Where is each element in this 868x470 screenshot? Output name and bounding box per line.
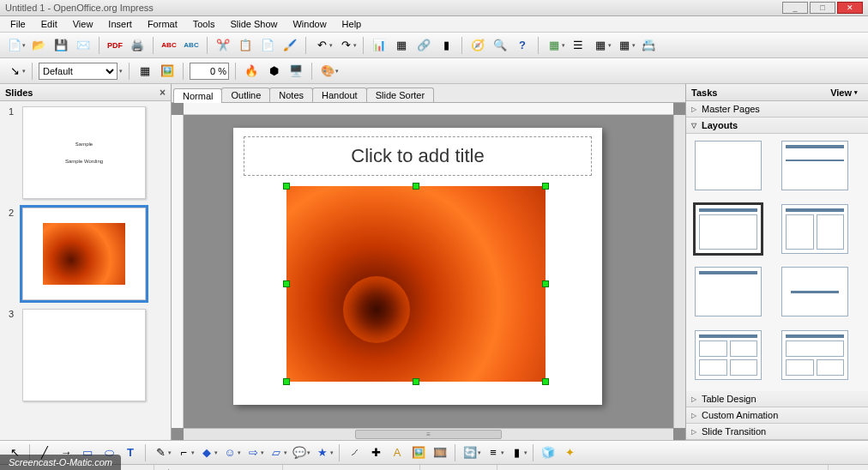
rotate-icon[interactable]: 🔄: [461, 443, 479, 462]
slideshow-play-icon[interactable]: ▮: [437, 36, 455, 55]
menu-edit[interactable]: Edit: [34, 17, 64, 31]
tab-normal[interactable]: Normal: [173, 88, 222, 103]
basic-shapes-icon[interactable]: ◆: [197, 443, 216, 462]
glue-points-icon[interactable]: ✚: [366, 443, 385, 462]
styles-icon[interactable]: ▦: [136, 62, 154, 81]
layout-title-only[interactable]: [695, 267, 762, 316]
resize-handle-nw[interactable]: [283, 183, 290, 190]
format-paintbrush-icon[interactable]: 🖌️: [280, 36, 299, 55]
gallery-icon[interactable]: ▦: [545, 36, 564, 55]
tab-handout[interactable]: Handout: [312, 87, 367, 102]
pdf-icon[interactable]: PDF: [105, 36, 124, 55]
spellcheck-icon[interactable]: ABC: [160, 36, 178, 55]
menu-tools[interactable]: Tools: [186, 17, 222, 31]
datasource-icon[interactable]: ☰: [569, 36, 588, 55]
slide-page[interactable]: Click to add title: [233, 128, 602, 405]
resize-handle-sw[interactable]: [283, 378, 290, 385]
window-close-button[interactable]: ✕: [837, 2, 863, 14]
arrange-icon[interactable]: ▮: [507, 443, 526, 462]
status-zoom[interactable]: 42%: [829, 465, 868, 470]
extrusion-icon[interactable]: 🧊: [539, 443, 558, 462]
align-icon[interactable]: ≡: [484, 443, 503, 462]
symbol-shapes-icon[interactable]: ☺: [220, 443, 239, 462]
points-edit-icon[interactable]: ⟋: [345, 443, 364, 462]
hyperlink-icon[interactable]: 🔗: [414, 36, 433, 55]
print-icon[interactable]: 🖨️: [128, 36, 147, 55]
section-table-design[interactable]: ▷Table Design: [686, 391, 868, 407]
curve-tool-icon[interactable]: ✎: [151, 443, 170, 462]
style-select[interactable]: Default: [39, 63, 118, 80]
layout-1-over-2[interactable]: [781, 330, 848, 380]
menu-help[interactable]: Help: [335, 17, 369, 31]
resize-handle-w[interactable]: [283, 280, 290, 287]
slide-thumbnail-3[interactable]: [22, 309, 146, 401]
menu-slideshow[interactable]: Slide Show: [223, 17, 284, 31]
tab-slidesorter[interactable]: Slide Sorter: [366, 87, 434, 102]
page-gallery-icon[interactable]: 🖼️: [158, 62, 177, 81]
screen-icon[interactable]: 🖥️: [286, 62, 305, 81]
table-icon[interactable]: ▦: [392, 36, 411, 55]
layout-blank[interactable]: [695, 141, 762, 190]
layout-centered[interactable]: [781, 267, 848, 316]
flowchart-icon[interactable]: ▱: [267, 443, 286, 462]
horizontal-scrollbar[interactable]: ≡: [184, 428, 673, 440]
tab-notes[interactable]: Notes: [269, 87, 313, 102]
arrow-tool-icon[interactable]: ↘: [5, 62, 24, 81]
copy-icon[interactable]: 📋: [236, 36, 255, 55]
slide-thumbnail-2[interactable]: [22, 208, 146, 300]
from-file-icon[interactable]: 🖼️: [409, 443, 428, 462]
grid-icon[interactable]: ▦: [591, 36, 610, 55]
resize-handle-n[interactable]: [413, 183, 419, 190]
vertical-scrollbar[interactable]: [673, 115, 685, 428]
resize-handle-se[interactable]: [542, 378, 549, 385]
tasks-view-menu[interactable]: View▾: [825, 87, 863, 98]
media-icon[interactable]: ⬢: [264, 62, 283, 81]
inserted-image[interactable]: [286, 186, 546, 382]
menu-insert[interactable]: Insert: [101, 17, 139, 31]
zoom-icon[interactable]: 🔍: [491, 36, 509, 55]
color-icon[interactable]: 🎨: [318, 62, 337, 81]
resize-handle-e[interactable]: [542, 280, 549, 287]
menu-format[interactable]: Format: [141, 17, 184, 31]
redo-icon[interactable]: ↷: [336, 36, 355, 55]
window-minimize-button[interactable]: _: [782, 2, 808, 14]
menu-window[interactable]: Window: [286, 17, 333, 31]
media-insert-icon[interactable]: 🎞️: [431, 443, 449, 462]
paste-icon[interactable]: 📄: [258, 36, 277, 55]
section-slide-transition[interactable]: ▷Slide Transition: [686, 424, 868, 440]
new-icon[interactable]: 📄: [5, 36, 24, 55]
email-icon[interactable]: ✉️: [74, 36, 93, 55]
zoom-field[interactable]: [190, 63, 229, 80]
interaction-icon[interactable]: ✦: [560, 443, 579, 462]
save-icon[interactable]: 💾: [51, 36, 70, 55]
connector-tool-icon[interactable]: ⌐: [174, 443, 193, 462]
slides-close-icon[interactable]: ×: [160, 87, 166, 99]
tab-outline[interactable]: Outline: [221, 87, 270, 102]
menu-view[interactable]: View: [66, 17, 100, 31]
section-layouts[interactable]: ▽Layouts: [686, 118, 868, 134]
block-arrows-icon[interactable]: ⇨: [244, 443, 262, 462]
resize-handle-ne[interactable]: [542, 183, 549, 190]
open-icon[interactable]: 📂: [29, 36, 48, 55]
window-maximize-button[interactable]: □: [810, 2, 835, 14]
stars-icon[interactable]: ★: [313, 443, 332, 462]
autospell-icon[interactable]: ABC: [182, 36, 201, 55]
text-tool-icon[interactable]: T: [121, 443, 140, 462]
navigator-icon[interactable]: 🧭: [468, 36, 487, 55]
chart-icon[interactable]: 📊: [370, 36, 389, 55]
presentation-icon[interactable]: 📇: [639, 36, 658, 55]
fontwork-icon[interactable]: A: [388, 443, 407, 462]
cut-icon[interactable]: ✂️: [214, 36, 232, 55]
layout-2x2[interactable]: [695, 330, 762, 380]
callouts-icon[interactable]: 💬: [290, 443, 309, 462]
layout-two-content[interactable]: [781, 204, 848, 254]
snap-icon[interactable]: ▦: [615, 36, 634, 55]
flame-icon[interactable]: 🔥: [242, 62, 261, 81]
layout-title-content[interactable]: [695, 204, 762, 254]
help-icon[interactable]: ?: [513, 36, 532, 55]
title-placeholder[interactable]: Click to add title: [244, 136, 592, 176]
menu-file[interactable]: File: [3, 17, 33, 31]
section-master-pages[interactable]: ▷Master Pages: [686, 101, 868, 118]
slide-thumbnail-1[interactable]: Sample Sample Wording: [22, 106, 146, 199]
section-custom-animation[interactable]: ▷Custom Animation: [686, 407, 868, 424]
